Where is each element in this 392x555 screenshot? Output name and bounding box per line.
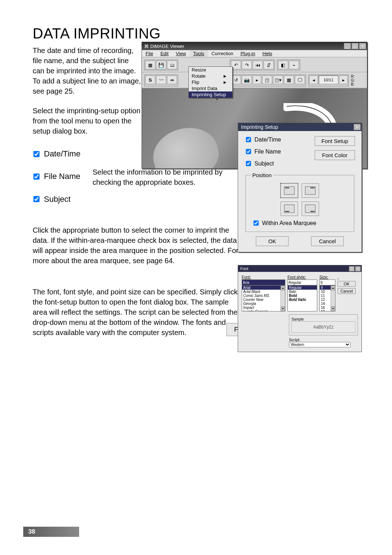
date-time-label: Date/Time: [44, 145, 81, 163]
svg-rect-6: [285, 211, 289, 212]
chevron-right-icon[interactable]: ▸: [253, 76, 261, 84]
font-cancel-button[interactable]: Cancel: [338, 288, 356, 294]
sample-group: Sample AaBbYyZz: [289, 314, 358, 335]
scroll-up-icon[interactable]: ▲: [281, 286, 285, 290]
tools-resize[interactable]: Resize: [189, 67, 232, 73]
sharpen-icon[interactable]: S: [145, 76, 155, 84]
checkbox-note: Select the information to be imprinted b…: [93, 167, 245, 187]
slider-icon[interactable]: ⇹: [167, 76, 177, 84]
menu-plugin[interactable]: Plug-in: [237, 50, 259, 57]
levels-icon[interactable]: ◧: [278, 61, 288, 69]
position-top-left[interactable]: [281, 183, 298, 198]
dlg-subject-row: Subject: [245, 160, 355, 167]
font-dialog-help-button[interactable]: ?: [349, 266, 355, 272]
save-icon[interactable]: 💾: [156, 61, 166, 69]
dlg-file-name-label: File Name: [254, 148, 281, 155]
dlg-file-name-checkbox[interactable]: [246, 149, 251, 154]
svg-rect-4: [310, 187, 315, 188]
font-label: Font:: [242, 275, 285, 279]
file-name-row: File Name: [33, 168, 81, 185]
menu-view[interactable]: View: [172, 50, 189, 57]
close-button[interactable]: ×: [359, 43, 366, 49]
font-paragraph: The font, font style, and point size can…: [33, 287, 240, 338]
thumbnails-icon[interactable]: ▦: [145, 61, 155, 69]
histogram-icon[interactable]: 〰: [156, 76, 166, 84]
folder-icon[interactable]: 🗂: [167, 61, 177, 69]
rgb-readout: R: G: B:: [351, 74, 355, 86]
size-scroll-down-icon[interactable]: ▼: [331, 306, 335, 311]
font-dialog-title: Font: [240, 266, 248, 271]
snapshot-icon[interactable]: 📷: [242, 76, 252, 84]
prev-frame-icon[interactable]: ◂: [309, 76, 318, 84]
toolbar-row-1: ▦ 💾 🗂 ↶ ↷ ⏮ ⇵ ◧ ⌁: [142, 57, 367, 72]
menu-edit[interactable]: Edit: [157, 50, 172, 57]
date-time-checkbox[interactable]: [33, 151, 40, 157]
dlg-date-time-checkbox[interactable]: [246, 137, 251, 142]
dialog-close-button[interactable]: ×: [354, 124, 361, 130]
page-number: 38: [23, 527, 79, 537]
position-top-right[interactable]: [302, 183, 319, 198]
manual-page: DATA IMPRINTING The date and time of rec…: [0, 0, 392, 555]
mirror-icon[interactable]: ⇵: [264, 61, 274, 69]
marquee-paragraph: Click the appropriate button to select t…: [33, 225, 240, 266]
font-color-button[interactable]: Font Color: [315, 150, 355, 160]
frame-counter: 10/11: [319, 76, 338, 84]
script-label: Script:: [289, 338, 300, 342]
size-scroll-up-icon[interactable]: ▲: [331, 286, 335, 290]
font-listbox-scrollbar[interactable]: ▲ ▼: [281, 286, 285, 311]
tools-imprint-data[interactable]: Imprint Data: [189, 85, 232, 91]
section-title: DATA IMPRINTING: [33, 25, 363, 42]
grid-icon[interactable]: ▦: [284, 76, 294, 84]
minimize-button[interactable]: _: [344, 43, 351, 49]
dlg-subject-checkbox[interactable]: [246, 161, 251, 166]
menu-file[interactable]: File: [142, 50, 157, 57]
within-marquee-label: Within Area Marquee: [262, 220, 316, 227]
maximize-button[interactable]: □: [351, 43, 359, 49]
redo-icon[interactable]: ↷: [242, 61, 252, 69]
monitor-icon[interactable]: 🖵: [295, 76, 305, 84]
position-legend: Position: [251, 172, 273, 178]
size-listbox-scrollbar[interactable]: ▲ ▼: [331, 286, 335, 311]
toolbar-row-2: S 〰 ⇹ ↺ 📷 ▸ ◫ ◫▾ ▦ 🖵 ◂ 10/11 ▸: [142, 72, 367, 88]
style-input[interactable]: [287, 279, 317, 285]
cancel-button[interactable]: Cancel: [311, 236, 344, 246]
next-frame-icon[interactable]: ▸: [339, 76, 348, 84]
file-name-checkbox[interactable]: [33, 174, 40, 180]
svg-rect-2: [285, 187, 289, 188]
size-listbox[interactable]: 9 10 11 12 14 16 18 ▲ ▼: [319, 285, 335, 311]
menu-help[interactable]: Help: [259, 50, 276, 57]
curves-icon[interactable]: ⌁: [289, 61, 299, 69]
menu-tools[interactable]: Tools: [189, 50, 208, 57]
setup-instruction-paragraph: Select the imprinting-setup option from …: [33, 106, 142, 136]
scroll-down-icon[interactable]: ▼: [281, 306, 285, 311]
font-dialog-close-button[interactable]: ×: [355, 266, 361, 272]
compare-dropdown-icon[interactable]: ◫▾: [273, 76, 283, 84]
tools-rotate[interactable]: Rotate▶: [189, 73, 232, 79]
within-marquee-checkbox[interactable]: [253, 220, 258, 225]
font-ok-button[interactable]: OK: [338, 281, 356, 287]
position-group: Position Wit: [245, 172, 354, 232]
font-setup-button[interactable]: Font Setup: [315, 136, 355, 146]
position-bottom-right[interactable]: [302, 201, 319, 216]
sample-label: Sample: [291, 317, 304, 321]
within-marquee-row: Within Area Marquee: [252, 220, 349, 227]
sample-preview: AaBbYyZz: [291, 321, 355, 333]
app-icon: ⌘: [144, 44, 149, 49]
ok-button[interactable]: OK: [256, 236, 289, 246]
position-bottom-left[interactable]: [281, 201, 298, 216]
font-input[interactable]: [242, 279, 285, 285]
subject-checkbox[interactable]: [33, 196, 40, 203]
tools-imprinting-setup[interactable]: Imprinting Setup: [189, 91, 232, 98]
style-label: Font style:: [287, 275, 317, 279]
tools-flip[interactable]: Flip▶: [189, 79, 232, 85]
font-listbox[interactable]: Arial Arial Black Comic Sans MS Courier …: [242, 285, 285, 311]
size-label: Size:: [319, 275, 335, 279]
menu-correction[interactable]: Correction: [208, 50, 237, 57]
prev-icon[interactable]: ⏮: [253, 61, 263, 69]
style-listbox[interactable]: Regular Italic Bold Bold Italic: [287, 285, 317, 311]
font-dialog: Font ? × Font: Arial Arial Black Comic S…: [238, 265, 362, 352]
dialog-titlebar: Imprinting Setup ×: [238, 123, 362, 131]
compare-icon[interactable]: ◫: [262, 76, 272, 84]
script-select[interactable]: Western: [289, 342, 351, 347]
size-input[interactable]: [319, 279, 335, 285]
